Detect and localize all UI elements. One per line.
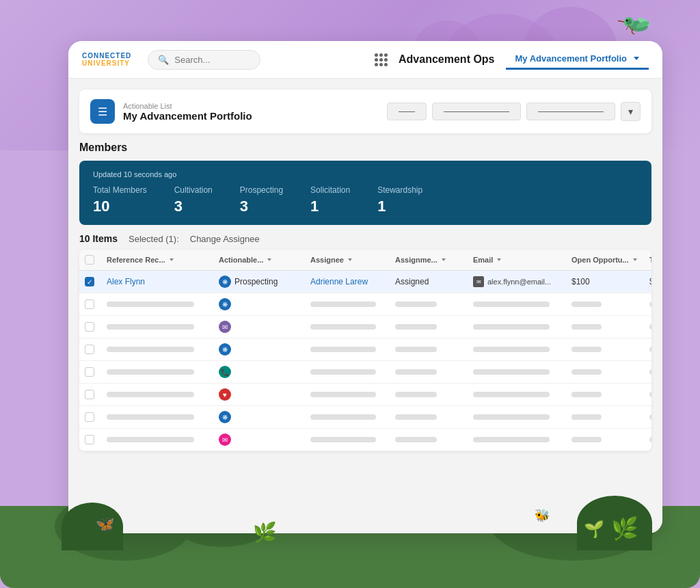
cell-placeholder: [395, 302, 437, 307]
stage-icon-3: ✉: [219, 321, 231, 333]
cell-placeholder: [473, 437, 550, 442]
cell-placeholder: [310, 392, 376, 397]
table-row: ♥: [79, 384, 651, 406]
cell-placeholder: [310, 302, 376, 307]
row-checkbox-2[interactable]: [85, 299, 94, 309]
plant-decoration-2: 🌿: [611, 516, 638, 542]
search-input[interactable]: [174, 55, 250, 65]
cell-placeholder: [649, 347, 651, 352]
stage-icon-2: ❋: [219, 298, 231, 310]
cell-placeholder: [107, 437, 194, 442]
cell-placeholder: [107, 324, 194, 330]
stage-icon-8: ✉: [219, 433, 231, 446]
col-open-opps[interactable]: Open Opportu...: [571, 256, 647, 264]
plant-decoration-1: 🌿: [253, 521, 277, 544]
cell-placeholder: [310, 414, 376, 420]
search-bar[interactable]: 🔍: [148, 50, 260, 70]
col-assignment[interactable]: Assignme...: [395, 256, 470, 264]
table-row: ✉: [79, 316, 651, 338]
bee-decoration: 🐝: [535, 508, 550, 523]
actionable-list-header: ☰ Actionable List My Advancement Portfol…: [79, 90, 651, 133]
stat-cultivation: Cultivation 3: [174, 185, 213, 215]
stat-stewardship: Stewardship 1: [377, 185, 422, 215]
col-assignee[interactable]: Assignee: [310, 256, 392, 264]
tab-my-advancement-portfolio[interactable]: My Advancement Portfolio: [506, 49, 649, 70]
sort-icon-assignment: [442, 258, 446, 261]
col-reference-rec[interactable]: Reference Rec...: [107, 256, 216, 264]
data-table: Reference Rec... Actionable... Assignee …: [79, 250, 651, 451]
hummingbird-decoration: [618, 7, 659, 46]
nav-bar: CONNECTED UNIVERSITY 🔍 Advancement Ops M…: [68, 41, 662, 79]
cell-assignee-1[interactable]: Adrienne Larew: [310, 277, 392, 286]
svg-point-6: [626, 20, 628, 22]
cell-placeholder: [395, 324, 437, 330]
stat-prospecting: Prospecting 3: [240, 185, 283, 215]
selected-label: Selected (1):: [129, 234, 179, 244]
stats-updated: Updated 10 seconds ago: [93, 170, 638, 178]
cell-placeholder: [473, 324, 550, 330]
items-count: 10 Items: [79, 233, 118, 244]
col-actionable[interactable]: Actionable...: [219, 256, 308, 264]
cell-stage-5: 📞: [219, 366, 308, 378]
list-icon: ☰: [98, 105, 107, 118]
sort-icon-email: [497, 258, 501, 261]
cell-placeholder: [107, 414, 194, 420]
stats-banner: Updated 10 seconds ago Total Members 10 …: [79, 161, 651, 225]
nav-title: Advancement Ops: [399, 53, 494, 66]
row-checkbox-3[interactable]: [85, 322, 94, 332]
cell-placeholder: [649, 437, 651, 442]
sort-icon-assignee: [348, 258, 352, 261]
cell-placeholder: [473, 347, 550, 352]
row-checkbox-1[interactable]: [85, 277, 94, 286]
cell-placeholder: [107, 392, 194, 397]
svg-line-3: [618, 21, 624, 22]
cell-placeholder: [310, 369, 376, 375]
row-checkbox-4[interactable]: [85, 345, 94, 354]
items-bar: 10 Items Selected (1): Change Assignee: [79, 233, 651, 244]
logo: CONNECTED UNIVERSITY: [82, 52, 131, 67]
ctrl-button-2[interactable]: ————————: [432, 103, 521, 120]
cell-placeholder: [473, 369, 550, 375]
cell-placeholder: [395, 347, 437, 352]
row-checkbox-8[interactable]: [85, 435, 94, 444]
grid-menu-icon[interactable]: [375, 53, 388, 66]
main-card: CONNECTED UNIVERSITY 🔍 Advancement Ops M…: [68, 41, 662, 533]
ctrl-dropdown-button[interactable]: ▾: [621, 102, 641, 121]
cell-name-1[interactable]: Alex Flynn: [107, 277, 216, 286]
table-row: 📞: [79, 361, 651, 384]
actionable-title: My Advancement Portfolio: [123, 110, 252, 122]
cell-placeholder: [649, 302, 651, 307]
cell-placeholder: [571, 347, 602, 352]
cell-placeholder: [107, 369, 194, 375]
logo-connected: CONNECTED: [82, 52, 131, 59]
tab-nav: My Advancement Portfolio: [506, 49, 649, 70]
cell-placeholder: [571, 302, 602, 307]
ctrl-button-3[interactable]: ————————: [526, 103, 615, 120]
sort-icon-reference: [170, 258, 174, 261]
cell-placeholder: [649, 392, 651, 397]
cell-placeholder: [473, 302, 550, 307]
cell-placeholder: [395, 437, 437, 442]
row-checkbox-5[interactable]: [85, 367, 94, 377]
col-email[interactable]: Email: [473, 256, 569, 264]
col-total-gifts[interactable]: Total Gifts: [649, 256, 651, 264]
cell-placeholder: [571, 437, 602, 442]
cell-placeholder: [473, 414, 550, 420]
actionable-text: Actionable List My Advancement Portfolio: [123, 102, 252, 122]
table-header: Reference Rec... Actionable... Assignee …: [79, 250, 651, 271]
stage-icon-7: ❋: [219, 411, 231, 423]
select-all-checkbox[interactable]: [85, 255, 94, 265]
search-icon: 🔍: [158, 55, 169, 65]
email-icon-1: ✉: [473, 276, 484, 287]
cell-placeholder: [107, 302, 194, 307]
chevron-down-icon: [634, 57, 639, 60]
row-checkbox-7[interactable]: [85, 412, 94, 422]
stage-icon-5: 📞: [219, 366, 231, 378]
cell-email-1: ✉ alex.flynn@email...: [473, 276, 569, 287]
row-checkbox-6[interactable]: [85, 390, 94, 399]
table-row: ❋: [79, 406, 651, 429]
ctrl-button-1[interactable]: ——: [387, 103, 427, 120]
change-assignee-button[interactable]: Change Assignee: [190, 234, 260, 244]
sort-icon-actionable: [267, 258, 271, 261]
content-area: ☰ Actionable List My Advancement Portfol…: [68, 79, 662, 533]
